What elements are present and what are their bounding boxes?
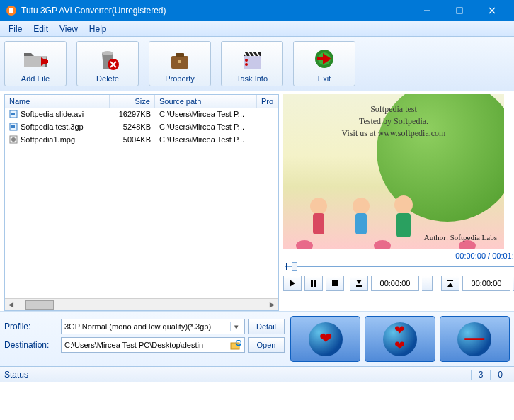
folder-plus-icon	[5, 45, 66, 73]
menu-file[interactable]: File	[3, 23, 28, 35]
task-info-button[interactable]: Task Info	[221, 41, 283, 86]
profile-dropdown[interactable]: 3GP Normal (mono and low quality)(*.3gp)…	[61, 319, 245, 334]
seek-slider[interactable]	[285, 261, 514, 271]
list-body[interactable]: Softpedia slide.avi 16297KB C:\Users\Mir…	[5, 108, 278, 298]
convert-button[interactable]: ❤	[290, 316, 360, 362]
svg-rect-22	[11, 113, 15, 115]
list-header: Name Size Source path Pro	[5, 95, 278, 108]
task-info-label: Task Info	[222, 74, 282, 83]
svg-rect-14	[178, 60, 181, 63]
set-end-button[interactable]	[441, 276, 459, 291]
minimize-button[interactable]	[411, 0, 443, 21]
menubar: File Edit View Help	[0, 21, 514, 37]
preview-image: Softpedia test Tested by Softpedia. Visi…	[283, 94, 504, 249]
svg-point-18	[245, 63, 248, 66]
svg-rect-41	[231, 343, 239, 349]
property-label: Property	[149, 74, 210, 83]
svg-rect-37	[314, 280, 316, 287]
property-button[interactable]: Property	[149, 41, 211, 86]
delete-label: Delete	[77, 74, 138, 83]
svg-rect-13	[176, 53, 184, 57]
exit-button[interactable]: Exit	[293, 41, 355, 86]
detail-button[interactable]: Detail	[248, 319, 285, 334]
status-count-a: 3	[471, 370, 491, 380]
close-button[interactable]	[476, 0, 508, 21]
stop-convert-button[interactable]: —	[440, 316, 510, 362]
pause-button[interactable]	[304, 276, 323, 291]
file-size: 5004KB	[110, 134, 155, 147]
file-source: C:\Users\Mircea Test P...	[155, 134, 257, 147]
exit-icon	[294, 45, 355, 73]
svg-point-17	[245, 59, 248, 62]
scroll-right-icon[interactable]: ►	[266, 299, 278, 311]
file-name: Softpedia slide.avi	[21, 110, 84, 118]
menu-help[interactable]: Help	[84, 23, 113, 35]
destination-field[interactable]: C:\Users\Mircea Test PC\Desktop\destin	[61, 337, 245, 353]
file-source: C:\Users\Mircea Test P...	[155, 108, 257, 121]
statusbar: Status 3 0	[0, 366, 514, 382]
exit-label: Exit	[294, 74, 355, 83]
status-label: Status	[4, 370, 28, 380]
svg-rect-3	[457, 8, 462, 13]
trash-icon	[77, 45, 138, 73]
briefcase-icon	[149, 45, 210, 73]
open-button[interactable]: Open	[248, 337, 285, 353]
trim-start-spinner[interactable]	[422, 276, 433, 291]
settings-panel: Profile: 3GP Normal (mono and low qualit…	[4, 316, 285, 362]
preview-line-2: Tested by Softpedia.	[283, 116, 504, 127]
set-start-button[interactable]	[350, 276, 368, 291]
chevron-down-icon[interactable]: ▾	[230, 322, 241, 331]
scroll-left-icon[interactable]: ◄	[5, 299, 17, 311]
file-row[interactable]: Softpedia1.mpg 5004KB C:\Users\Mircea Te…	[5, 134, 278, 147]
col-name[interactable]: Name	[5, 95, 110, 108]
titlebar: Tutu 3GP AVI Converter(Unregistered)	[0, 0, 514, 21]
video-file-icon	[9, 123, 19, 132]
file-name: Softpedia test.3gp	[21, 123, 84, 131]
svg-line-43	[240, 344, 241, 346]
scroll-thumb[interactable]	[25, 300, 54, 310]
menu-view[interactable]: View	[54, 23, 84, 35]
file-size: 16297KB	[110, 108, 155, 121]
video-file-icon	[9, 135, 19, 145]
maximize-button[interactable]	[443, 0, 476, 21]
file-source: C:\Users\Mircea Test P...	[155, 121, 257, 134]
add-file-label: Add File	[5, 74, 66, 83]
file-row[interactable]: Softpedia test.3gp 5248KB C:\Users\Mirce…	[5, 121, 278, 134]
col-pro[interactable]: Pro	[257, 95, 278, 108]
delete-button[interactable]: Delete	[76, 41, 139, 86]
clapperboard-icon	[222, 45, 282, 73]
preview-frame: Softpedia test Tested by Softpedia. Visi…	[283, 94, 504, 249]
preview-pane: Softpedia test Tested by Softpedia. Visi…	[283, 94, 514, 311]
menu-edit[interactable]: Edit	[28, 23, 54, 35]
horizontal-scrollbar[interactable]: ◄ ►	[5, 298, 278, 310]
file-name: Softpedia1.mpg	[21, 135, 75, 144]
video-file-icon	[9, 110, 19, 120]
col-source[interactable]: Source path	[155, 95, 257, 108]
preview-line-3: Visit us at www.softpedia.com	[283, 128, 504, 139]
double-heart-down-icon: ❤❤	[394, 322, 405, 353]
trim-start-field[interactable]: 00:00:00	[371, 276, 419, 291]
convert-all-button[interactable]: ❤❤	[365, 316, 435, 362]
svg-point-33	[296, 240, 313, 249]
svg-point-29	[353, 198, 370, 215]
profile-label: Profile:	[4, 322, 61, 331]
minus-icon: —	[464, 327, 484, 349]
svg-point-27	[310, 198, 327, 215]
col-size[interactable]: Size	[110, 95, 155, 108]
seek-thumb[interactable]	[292, 262, 297, 271]
heart-down-icon: ❤	[319, 329, 332, 347]
svg-point-31	[394, 195, 413, 214]
stop-button[interactable]	[326, 276, 344, 291]
file-row[interactable]: Softpedia slide.avi 16297KB C:\Users\Mir…	[5, 108, 278, 121]
play-button[interactable]	[283, 276, 302, 291]
app-icon	[6, 5, 17, 16]
svg-rect-1	[9, 8, 13, 13]
toolbar: Add File Delete Property Task Info Exit	[0, 37, 514, 91]
profile-value: 3GP Normal (mono and low quality)(*.3gp)	[64, 322, 230, 331]
browse-icon[interactable]	[230, 340, 241, 350]
add-file-button[interactable]: Add File	[4, 41, 67, 86]
trim-end-field[interactable]: 00:00:00	[462, 276, 510, 291]
destination-label: Destination:	[4, 340, 61, 350]
playback-time: 00:00:00 / 00:01:01	[283, 251, 514, 260]
svg-rect-38	[332, 280, 338, 286]
